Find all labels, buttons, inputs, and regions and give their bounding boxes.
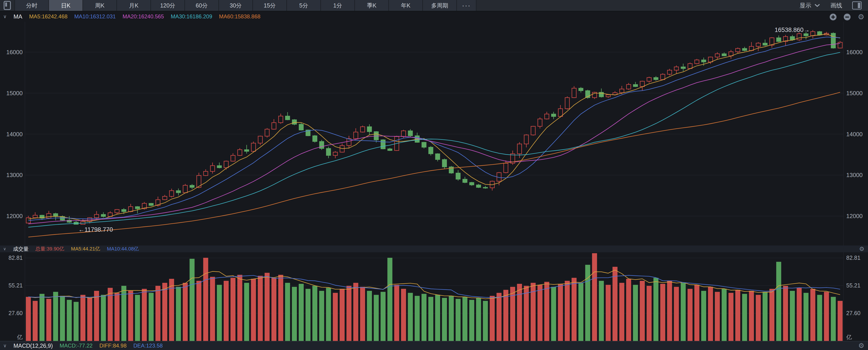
chevron-down-icon bbox=[814, 3, 820, 7]
svg-text:55.21: 55.21 bbox=[846, 282, 861, 289]
tab-weekly-k[interactable]: 周K bbox=[83, 0, 117, 11]
left-panel-icon bbox=[4, 1, 11, 10]
ma30-value: MA30:16186.209 bbox=[170, 13, 212, 20]
volume-ma5-value: MA5:44.21亿 bbox=[71, 245, 100, 252]
svg-text:12000: 12000 bbox=[6, 213, 23, 220]
svg-text:亿: 亿 bbox=[17, 334, 23, 340]
tab-1min[interactable]: 1分 bbox=[321, 0, 355, 11]
collapse-macd-icon[interactable]: ∨ bbox=[3, 343, 7, 348]
price-pane-tools: ⚙ bbox=[830, 13, 864, 21]
svg-text:15000: 15000 bbox=[846, 90, 863, 96]
svg-text:82.81: 82.81 bbox=[8, 255, 23, 261]
draw-line-label: 画线 bbox=[830, 2, 842, 9]
ma5-value: MA5:16242.468 bbox=[29, 13, 67, 20]
volume-settings-gear-icon[interactable]: ⚙ bbox=[859, 246, 864, 252]
price-settings-gear-icon[interactable]: ⚙ bbox=[858, 13, 864, 21]
ma10-value: MA10:16312.031 bbox=[74, 13, 116, 20]
period-toolbar: 分时 日K 周K 月K 120分 60分 30分 15分 5分 1分 季K 年K… bbox=[0, 0, 868, 11]
tab-daily-k[interactable]: 日K bbox=[49, 0, 83, 11]
svg-text:55.21: 55.21 bbox=[8, 282, 23, 289]
dea-value: DEA:123.58 bbox=[133, 343, 162, 349]
collapse-left-panel-button[interactable] bbox=[0, 0, 15, 11]
tab-quarterly-k[interactable]: 季K bbox=[355, 0, 389, 11]
collapse-volume-icon[interactable]: ∨ bbox=[3, 246, 6, 252]
ma60-value: MA60:15838.868 bbox=[219, 13, 260, 20]
ma-indicator-title: MA bbox=[13, 13, 22, 20]
volume-title: 成交量 bbox=[13, 245, 29, 253]
tab-15min[interactable]: 15分 bbox=[253, 0, 287, 11]
volume-total-value: 总量:39.90亿 bbox=[35, 245, 64, 252]
svg-text:13000: 13000 bbox=[6, 172, 23, 178]
svg-text:亿: 亿 bbox=[846, 334, 852, 340]
tab-more[interactable]: ··· bbox=[457, 0, 476, 11]
macd-settings-gear-icon[interactable]: ⚙ bbox=[858, 342, 864, 349]
svg-text:←11798.770: ←11798.770 bbox=[79, 226, 113, 233]
svg-text:82.81: 82.81 bbox=[846, 255, 861, 261]
volume-chart[interactable]: 82.8182.8155.2155.2127.6027.60亿亿 bbox=[0, 252, 868, 341]
tab-monthly-k[interactable]: 月K bbox=[117, 0, 151, 11]
svg-text:13000: 13000 bbox=[846, 172, 863, 178]
tab-5min[interactable]: 5分 bbox=[287, 0, 321, 11]
toggle-right-panel-icon[interactable] bbox=[852, 1, 862, 9]
zoom-in-button[interactable] bbox=[830, 13, 837, 21]
tab-60min[interactable]: 60分 bbox=[185, 0, 219, 11]
ma-indicator-header: ∨ MA MA5:16242.468 MA10:16312.031 MA20:1… bbox=[0, 11, 260, 22]
chart-application-window: 分时 日K 周K 月K 120分 60分 30分 15分 5分 1分 季K 年K… bbox=[0, 0, 868, 350]
candlestick-chart[interactable]: 1600016000150001500014000140001300013000… bbox=[0, 11, 868, 245]
zoom-out-button[interactable] bbox=[843, 13, 851, 21]
tab-yearly-k[interactable]: 年K bbox=[389, 0, 423, 11]
display-menu-label: 显示 bbox=[800, 2, 811, 9]
tab-minute[interactable]: 分时 bbox=[15, 0, 49, 11]
volume-ma10-value: MA10:44.08亿 bbox=[107, 245, 139, 252]
macd-indicator-header: ∨ MACD(12,26,9) MACD:-77.22 DIFF:84.98 D… bbox=[0, 341, 868, 350]
ma20-value: MA20:16240.565 bbox=[123, 13, 164, 20]
svg-text:27.60: 27.60 bbox=[846, 310, 861, 316]
svg-text:16000: 16000 bbox=[846, 49, 863, 56]
macd-value: MACD:-77.22 bbox=[60, 343, 92, 349]
diff-value: DIFF:84.98 bbox=[99, 343, 126, 349]
svg-text:12000: 12000 bbox=[846, 213, 863, 220]
svg-text:16538.860→: 16538.860→ bbox=[775, 27, 810, 33]
svg-text:15000: 15000 bbox=[6, 90, 23, 96]
display-menu-button[interactable]: 显示 bbox=[800, 2, 820, 9]
tab-30min[interactable]: 30分 bbox=[219, 0, 253, 11]
macd-title: MACD(12,26,9) bbox=[13, 343, 53, 349]
svg-text:14000: 14000 bbox=[846, 131, 863, 138]
price-chart-pane: 1600016000150001500014000140001300013000… bbox=[0, 11, 868, 245]
svg-text:27.60: 27.60 bbox=[8, 310, 23, 316]
svg-text:14000: 14000 bbox=[6, 131, 23, 138]
tab-multi-period[interactable]: 多周期 bbox=[423, 0, 457, 11]
svg-text:16000: 16000 bbox=[6, 49, 23, 56]
tab-120min[interactable]: 120分 bbox=[151, 0, 185, 11]
collapse-ma-icon[interactable]: ∨ bbox=[3, 14, 7, 19]
draw-line-button[interactable]: 画线 bbox=[830, 2, 842, 9]
volume-indicator-header: ∨ 成交量 总量:39.90亿 MA5:44.21亿 MA10:44.08亿 ⚙ bbox=[0, 245, 868, 252]
